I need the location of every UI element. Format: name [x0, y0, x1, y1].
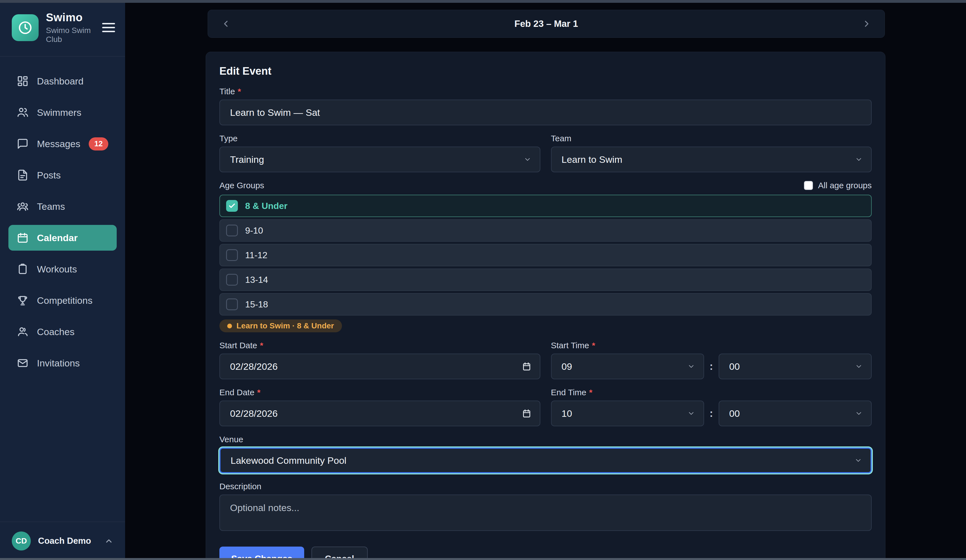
checkbox-icon — [226, 299, 238, 310]
sidebar-item-label: Dashboard — [37, 76, 84, 87]
age-group-option-8-under[interactable]: 8 & Under — [219, 195, 872, 217]
required-marker: * — [589, 388, 592, 397]
description-label: Description — [219, 482, 872, 491]
teams-icon — [17, 200, 28, 212]
swimmers-icon — [17, 107, 28, 118]
start-hour-value: 09 — [562, 361, 572, 372]
sidebar-item-label: Swimmers — [37, 107, 81, 118]
sidebar-nav: Dashboard Swimmers Messages 12 Posts Tea… — [0, 56, 125, 522]
age-group-option-13-14[interactable]: 13-14 — [219, 269, 872, 291]
time-separator: : — [710, 407, 713, 419]
sidebar-item-label: Competitions — [37, 295, 92, 306]
end-date-input[interactable]: 02/28/2026 — [219, 401, 540, 426]
checkbox-icon — [804, 181, 813, 190]
start-date-field: Start Date * 02/28/2026 — [219, 341, 540, 379]
date-range-label: Feb 23 – Mar 1 — [208, 18, 885, 29]
edit-event-card: Edit Event Title * Type Training — [206, 52, 886, 560]
posts-icon — [17, 169, 28, 181]
previous-week-button[interactable] — [221, 19, 231, 29]
type-label: Type — [219, 134, 540, 143]
sidebar-item-dashboard[interactable]: Dashboard — [8, 68, 117, 94]
selection-badge-label: Learn to Swim · 8 & Under — [237, 322, 334, 330]
all-age-groups-checkbox[interactable]: All age groups — [804, 181, 872, 190]
end-hour-select[interactable]: 10 — [551, 401, 704, 426]
window-top-edge — [0, 0, 966, 3]
sidebar-item-invitations[interactable]: Invitations — [8, 350, 117, 376]
end-minute-select[interactable]: 00 — [719, 401, 872, 426]
all-age-groups-label: All age groups — [818, 181, 872, 190]
age-group-option-11-12[interactable]: 11-12 — [219, 244, 872, 266]
chevron-down-icon — [854, 457, 862, 464]
start-time-field: Start Time * 09 : 00 — [551, 341, 872, 379]
chevron-down-icon — [687, 363, 695, 370]
title-section: Title * — [219, 87, 872, 125]
sidebar-item-workouts[interactable]: Workouts — [8, 256, 117, 282]
messages-count-badge: 12 — [89, 137, 108, 151]
sidebar-item-coaches[interactable]: Coaches — [8, 319, 117, 345]
end-date-value: 02/28/2026 — [230, 408, 278, 419]
end-date-label: End Date * — [219, 388, 540, 397]
type-field: Type Training — [219, 134, 540, 172]
type-select[interactable]: Training — [219, 146, 540, 172]
required-marker: * — [238, 87, 241, 96]
messages-icon — [17, 138, 28, 149]
week-navigation-bar: Feb 23 – Mar 1 — [208, 10, 885, 38]
sidebar-item-swimmers[interactable]: Swimmers — [8, 100, 117, 125]
user-menu[interactable]: CD Coach Demo — [0, 522, 125, 560]
team-select[interactable]: Learn to Swim — [551, 146, 872, 172]
sidebar-item-messages[interactable]: Messages 12 — [8, 131, 117, 157]
sidebar-item-calendar[interactable]: Calendar — [8, 225, 117, 251]
chevron-down-icon — [524, 156, 531, 163]
age-group-label: 9-10 — [245, 225, 263, 236]
checkbox-icon — [226, 274, 238, 286]
age-group-option-9-10[interactable]: 9-10 — [219, 219, 872, 242]
avatar: CD — [12, 532, 31, 550]
form-heading: Edit Event — [219, 66, 872, 77]
age-group-label: 13-14 — [245, 275, 268, 285]
age-group-option-15-18[interactable]: 15-18 — [219, 293, 872, 315]
user-name: Coach Demo — [38, 536, 91, 546]
sidebar-item-label: Messages — [37, 138, 80, 149]
clock-icon — [18, 20, 33, 35]
start-minute-select[interactable]: 00 — [719, 353, 872, 379]
calendar-picker-icon — [522, 362, 531, 371]
venue-select[interactable]: Lakewood Community Pool — [219, 448, 872, 473]
next-week-button[interactable] — [862, 19, 872, 29]
description-section: Description — [219, 482, 872, 531]
venue-label: Venue — [219, 435, 872, 444]
venue-section: Venue Lakewood Community Pool — [219, 435, 872, 473]
team-selected-value: Learn to Swim — [562, 154, 623, 165]
checkbox-icon — [226, 200, 238, 212]
menu-toggle-icon[interactable] — [102, 23, 115, 32]
chevron-left-icon — [221, 19, 231, 29]
sidebar-item-competitions[interactable]: Competitions — [8, 287, 117, 313]
end-date-field: End Date * 02/28/2026 — [219, 388, 540, 426]
type-team-row: Type Training Team Learn to Swim — [219, 134, 872, 172]
calendar-icon — [17, 232, 28, 244]
start-date-value: 02/28/2026 — [230, 361, 278, 372]
chevron-up-icon — [104, 537, 113, 545]
title-input[interactable] — [219, 100, 872, 125]
selected-team-agegroup-badge: Learn to Swim · 8 & Under — [219, 319, 342, 332]
start-row: Start Date * 02/28/2026 Start Time * 09 — [219, 341, 872, 379]
sidebar-item-label: Invitations — [37, 358, 80, 369]
coaches-icon — [17, 326, 28, 338]
description-textarea[interactable] — [219, 494, 872, 531]
end-time-label: End Time * — [551, 388, 872, 397]
sidebar-header: Swimo Swimo Swim Club — [0, 0, 125, 56]
start-date-input[interactable]: 02/28/2026 — [219, 353, 540, 379]
age-group-label: 8 & Under — [245, 201, 288, 211]
chevron-right-icon — [862, 19, 872, 29]
sidebar-item-label: Calendar — [37, 232, 78, 243]
start-time-controls: 09 : 00 — [551, 353, 872, 379]
start-hour-select[interactable]: 09 — [551, 353, 704, 379]
venue-selected-value: Lakewood Community Pool — [231, 455, 347, 466]
sidebar-item-teams[interactable]: Teams — [8, 194, 117, 219]
chevron-down-icon — [855, 363, 863, 370]
end-time-controls: 10 : 00 — [551, 401, 872, 426]
sidebar-item-posts[interactable]: Posts — [8, 162, 117, 188]
start-time-label: Start Time * — [551, 341, 872, 350]
start-date-label: Start Date * — [219, 341, 540, 350]
checkbox-icon — [226, 249, 238, 261]
workouts-icon — [17, 263, 28, 275]
